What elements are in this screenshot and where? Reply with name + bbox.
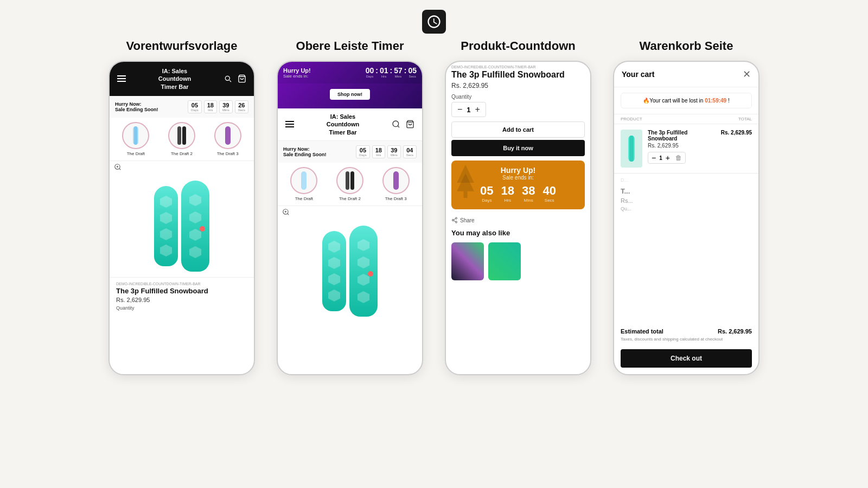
ph2-hamburger-icon[interactable] xyxy=(285,121,294,127)
svg-point-23 xyxy=(452,220,454,221)
ph1-product-3-img xyxy=(214,122,241,149)
ph4-table-header: PRODUCT TOTAL xyxy=(614,114,758,124)
ph2-timer-secs: 04Secs xyxy=(403,145,417,158)
ph4-checkout-btn[interactable]: Check out xyxy=(621,349,752,368)
ph3-cd-days: 05Days xyxy=(480,184,493,203)
ph3-related-products xyxy=(446,239,590,284)
ph1-product-1-label: The Draft xyxy=(127,151,145,156)
ph4-estimated-total: Estimated total Rs. 2,629.95 xyxy=(614,323,758,337)
ph4-col-total: TOTAL xyxy=(738,117,752,121)
ph3-related-2[interactable] xyxy=(488,242,521,280)
ph4-item-name: The 3p Fulfilled Snowboard xyxy=(648,130,716,142)
svg-rect-3 xyxy=(182,126,186,145)
ph3-add-to-cart-btn[interactable]: Add to cart xyxy=(451,121,585,138)
ph3-product-tag: DEMO-INCREDIBLE-COUNTDOWN-TIMER-BAR xyxy=(446,62,590,70)
ph2-sale-ends: Sale ends in: xyxy=(283,74,311,79)
ph4-close-btn[interactable]: ✕ xyxy=(743,68,751,80)
snowboards xyxy=(154,181,209,272)
ph3-buy-now-btn[interactable]: Buy it now xyxy=(451,140,585,156)
ph4-estimated-value: Rs. 2,629.95 xyxy=(718,328,752,335)
col1-title: Vorentwurfsvorlage xyxy=(126,39,238,53)
ph2-banner-text: Hurry Now:Sale Ending Soon! xyxy=(283,146,327,157)
svg-point-22 xyxy=(456,217,457,219)
cart-item-snowboard-icon xyxy=(624,135,639,162)
ph2-products: The Draft The Draft 2 The Draft 3 xyxy=(278,163,422,206)
col2-title: Obere Leiste Timer xyxy=(296,39,404,53)
ph1-timer: 05Days 18Hrs 39Mins 26Secs xyxy=(188,100,248,113)
svg-rect-2 xyxy=(177,126,181,145)
ph2-product-2[interactable]: The Draft 2 xyxy=(336,167,363,201)
ph4-item-image xyxy=(621,130,642,168)
ph4-timer-suffix: ! xyxy=(728,98,730,104)
snowboard-right xyxy=(181,181,209,272)
ph1-product-1[interactable]: The Draft xyxy=(122,122,149,156)
ph3-product-name: The 3p Fulfilled Snowboard xyxy=(446,70,590,80)
cart-icon[interactable] xyxy=(238,74,246,83)
ph2-product-1-label: The Draft xyxy=(295,196,313,201)
ph1-product-2-label: The Draft 2 xyxy=(171,151,193,156)
ph1-zoom-btn[interactable] xyxy=(110,161,254,175)
ph1-header: IA: SalesCountdownTimer Bar xyxy=(110,62,254,96)
ph2-top-timer-bar: Hurry Up! Sale ends in: 00Days : 01Hrs :… xyxy=(278,62,422,84)
ph2-timer: 00Days : 01Hrs : 57Mins : 05Secs xyxy=(366,66,417,79)
timer-mins: 39Mins xyxy=(219,100,233,113)
ph1-product-2[interactable]: The Draft 2 xyxy=(168,122,195,156)
ph3-related-1[interactable] xyxy=(451,242,484,280)
search-icon[interactable] xyxy=(224,74,232,83)
ph2-banner-timer: 05Days 18Hrs 39Mins 04Secs xyxy=(356,145,417,158)
ph3-qty-value: 1 xyxy=(467,106,470,114)
shop-now-btn[interactable]: Shop now! xyxy=(330,89,370,100)
ph2-hurry: Hurry Up! xyxy=(283,67,311,74)
ph1-banner-text: Hurry Now:Sale Ending Soon! xyxy=(115,101,158,112)
ph2-store-name: IA: SalesCountdownTimer Bar xyxy=(327,113,359,136)
ph1-quantity-label: Quantity xyxy=(116,305,247,311)
ph2-product-3[interactable]: The Draft 3 xyxy=(382,167,410,201)
ph2-timer-days: 05Days xyxy=(356,145,370,158)
ph2-product-2-label: The Draft 2 xyxy=(339,196,361,201)
ph1-products: The Draft The Draft 2 The Draft 3 xyxy=(110,118,254,161)
ph2-timer-mins: 57Mins xyxy=(394,66,403,79)
ph2-search-icon[interactable] xyxy=(392,120,400,129)
svg-point-24 xyxy=(456,221,457,223)
ph4-partial-product-price: Rs... xyxy=(614,196,758,205)
ph4-col-product: PRODUCT xyxy=(621,117,642,121)
ph2-hurry-text: Hurry Up! Sale ends in: xyxy=(283,67,311,79)
hamburger-icon[interactable] xyxy=(117,75,126,82)
ph4-partial-divider: D... xyxy=(614,174,758,186)
phone-2: Hurry Up! Sale ends in: 00Days : 01Hrs :… xyxy=(277,61,423,375)
ph3-share-btn[interactable]: Share xyxy=(446,214,590,227)
column-cart: Warenkorb Seite Your cart ✕ 🔥Your cart w… xyxy=(610,39,762,375)
svg-line-25 xyxy=(454,221,455,222)
ph2-product-3-label: The Draft 3 xyxy=(385,196,407,201)
ph1-product-info: DEMO-INCREDIBLE-COUNTDOWN-TIMER-BAR The … xyxy=(110,277,254,315)
phone-3: DEMO-INCREDIBLE-COUNTDOWN-TIMER-BAR The … xyxy=(445,61,591,375)
ph1-product-price: Rs. 2,629.95 xyxy=(116,297,247,303)
ph4-cart-header: Your cart ✕ xyxy=(614,62,758,87)
ph2-cart-icon[interactable] xyxy=(406,120,414,129)
timer-days: 05Days xyxy=(188,100,202,113)
ph4-delete-btn[interactable]: 🗑 xyxy=(675,154,682,162)
svg-line-10 xyxy=(398,126,399,128)
ph2-zoom-btn[interactable] xyxy=(278,206,422,220)
ph2-product-1[interactable]: The Draft xyxy=(290,167,317,201)
ph3-cd-secs: 40Secs xyxy=(542,184,556,203)
svg-rect-13 xyxy=(350,171,354,190)
ph1-product-3[interactable]: The Draft 3 xyxy=(214,122,241,156)
ph3-countdown-banner: Hurry Up! Sale ends in: 05Days 18Hrs 38M… xyxy=(451,160,585,209)
ph4-item-total: Rs. 2,629.95 xyxy=(721,130,752,136)
ph4-timer-value: 01:59:49 xyxy=(705,98,726,104)
ph4-qty-minus[interactable]: − xyxy=(652,153,656,162)
ph2-timer-hrs: 18Hrs xyxy=(372,145,385,158)
ph2-timer-hrs: 01Hrs xyxy=(380,66,388,79)
phone-4: Your cart ✕ 🔥Your cart will be lost in 0… xyxy=(613,61,760,375)
ph2-main-product-img xyxy=(278,220,422,322)
ph4-cart-timer-banner: 🔥Your cart will be lost in 01:59:49 ! xyxy=(621,93,752,108)
ph3-countdown-subtitle: Sale ends in: xyxy=(502,175,534,181)
ph4-qty-plus[interactable]: + xyxy=(666,153,670,162)
ph3-cd-hrs: 18Hrs xyxy=(501,184,514,203)
ph3-qty-minus[interactable]: − xyxy=(457,105,462,114)
ph4-item-price: Rs. 2,629.95 xyxy=(648,143,716,149)
ph1-header-icons xyxy=(224,74,246,83)
ph3-qty-plus[interactable]: + xyxy=(475,105,480,114)
tree-decoration-icon xyxy=(455,164,476,202)
